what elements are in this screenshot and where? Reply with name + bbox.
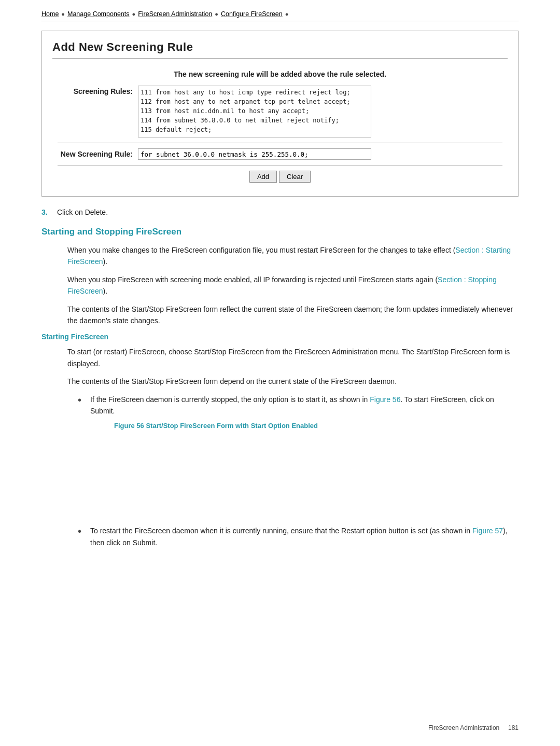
breadcrumb-configure-firescreen[interactable]: Configure FireScreen	[221, 10, 283, 18]
step-3-number: 3.	[41, 208, 52, 216]
breadcrumb-home[interactable]: Home	[41, 10, 59, 18]
link-starting-firescreen[interactable]: Section : Starting FireScreen	[67, 246, 511, 266]
footer-page: 181	[508, 724, 519, 731]
figure-56-area	[114, 434, 519, 517]
bullet-text-1: If the FireScreen daemon is currently st…	[90, 394, 519, 417]
rule-112: 112 from host any to net arpanet tcp por…	[141, 97, 369, 106]
breadcrumb-bullet-4: ●	[285, 11, 289, 17]
bullet-dot-2: •	[78, 525, 85, 537]
bullet-text-2: To restart the FireScreen daemon when it…	[90, 525, 519, 548]
sub-para-2: The contents of the Start/Stop FireScree…	[67, 376, 519, 387]
section-para-1: When you make changes to the FireScreen …	[67, 244, 519, 268]
notice-text: The new screening rule will be added abo…	[58, 70, 502, 78]
step-3-text: Click on Delete.	[57, 208, 108, 216]
breadcrumb-bullet-1: ●	[61, 11, 65, 17]
new-rule-label: New Screening Rule:	[58, 148, 138, 158]
form-divider-2	[58, 165, 502, 165]
section-heading: Starting and Stopping FireScreen	[41, 227, 519, 237]
add-button[interactable]: Add	[249, 171, 277, 183]
footer-text: FireScreen Administration	[428, 724, 499, 731]
breadcrumb-manage-components[interactable]: Manage Components	[67, 10, 130, 18]
rule-111: 111 from host any to host icmp type redi…	[141, 88, 369, 97]
rule-114: 114 from subnet 36.8.0.0 to net milnet r…	[141, 116, 369, 125]
clear-button[interactable]: Clear	[279, 171, 311, 183]
link-figure-57[interactable]: Figure 57	[472, 527, 503, 535]
link-figure-56[interactable]: Figure 56	[370, 395, 400, 404]
section-para-2: When you stop FireScreen with screening …	[67, 274, 519, 297]
rule-115: 115 default reject;	[141, 125, 369, 134]
breadcrumb-firescreen-admin[interactable]: FireScreen Administration	[138, 10, 212, 18]
screening-rules-label: Screening Rules:	[58, 86, 138, 95]
figure-56-caption: Figure 56 Start/Stop FireScreen Form wit…	[114, 422, 519, 430]
bullet-item-1: • If the FireScreen daemon is currently …	[78, 394, 519, 417]
sub-section-heading: Starting FireScreen	[41, 333, 519, 341]
screening-rules-list[interactable]: 111 from host any to host icmp type redi…	[138, 86, 371, 137]
breadcrumb-bullet-3: ●	[215, 11, 218, 17]
form-divider-1	[58, 143, 502, 143]
link-stopping-firescreen[interactable]: Section : Stopping FireScreen	[67, 275, 497, 295]
bullet-dot-1: •	[78, 394, 85, 406]
bullet-list: • If the FireScreen daemon is currently …	[78, 394, 519, 549]
breadcrumb: Home ● Manage Components ● FireScreen Ad…	[41, 10, 519, 21]
add-screening-rule-form: Add New Screening Rule The new screening…	[41, 31, 519, 197]
form-button-row: Add Clear	[58, 171, 502, 183]
bullet-item-2: • To restart the FireScreen daemon when …	[78, 525, 519, 548]
page-footer: FireScreen Administration 181	[428, 724, 519, 731]
new-rule-input[interactable]	[138, 148, 371, 160]
step-3-item: 3. Click on Delete.	[41, 208, 519, 216]
section-para-3: The contents of the Start/Stop FireScree…	[67, 303, 519, 327]
new-rule-row: New Screening Rule:	[58, 148, 502, 160]
screening-rules-row: Screening Rules: 111 from host any to ho…	[58, 86, 502, 137]
form-body: The new screening rule will be added abo…	[52, 66, 508, 187]
rule-113: 113 from host nic.ddn.mil to host any ac…	[141, 106, 369, 116]
sub-para-1: To start (or restart) FireScreen, choose…	[67, 346, 519, 369]
form-title: Add New Screening Rule	[52, 40, 508, 59]
breadcrumb-bullet-2: ●	[132, 11, 136, 17]
